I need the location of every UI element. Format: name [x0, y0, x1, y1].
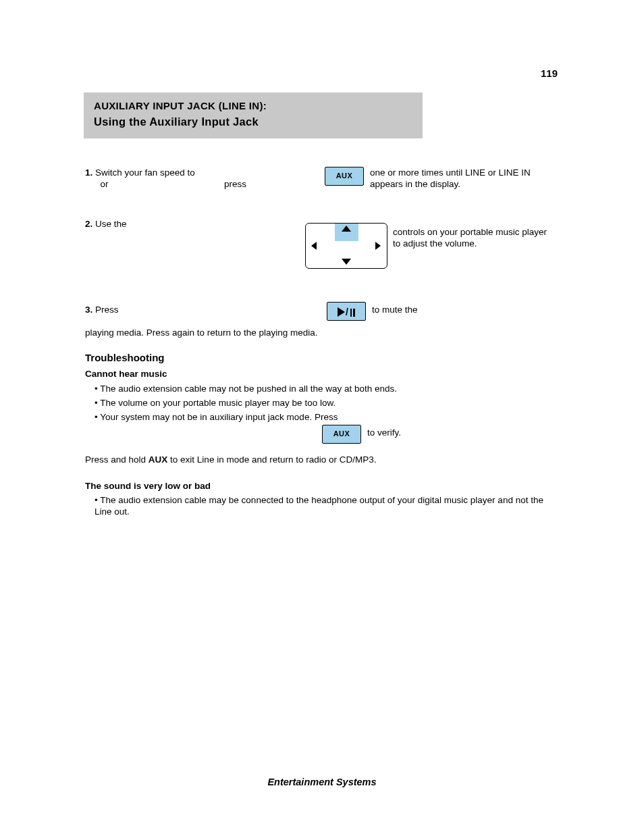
cannot-hear-bullet-1: • The audio extension cable may not be p… — [95, 383, 558, 394]
page-number: 119 — [541, 68, 558, 79]
cannot-hear-label: Cannot hear music — [85, 369, 167, 379]
step-3-number: 3. — [85, 305, 92, 315]
step-2-label: Use the — [95, 219, 127, 229]
aux-button-2-wrap: AUX — [322, 425, 361, 444]
step-1-or: or — [101, 179, 109, 189]
step-2-number: 2. — [85, 219, 92, 229]
cannot-hear-bullet-2: • The volume on your portable music play… — [95, 397, 558, 409]
play-pause-icon: / — [338, 303, 355, 321]
step-1-text-before: Switch your fan speed to — [95, 167, 195, 178]
sound-bad-label: The sound is very low or bad — [85, 481, 211, 491]
play-pause-button[interactable]: / — [327, 302, 366, 321]
sound-bad-bullet-1: • The audio extension cable may be conne… — [95, 494, 558, 517]
hold-aux-text: Press and hold AUX to exit Line in mode … — [85, 454, 558, 465]
step-2-left: 2. Use the — [85, 218, 215, 230]
section-title: AUXILIARY INPUT JACK (LINE IN): — [94, 100, 267, 111]
section-header-box: AUXILIARY INPUT JACK (LINE IN): Using th… — [84, 93, 423, 138]
arrow-right-icon — [375, 242, 381, 250]
step-1-press-label: press — [224, 178, 246, 190]
step-3-left: 3. Press — [85, 304, 215, 315]
section-subtitle: Using the Auxiliary Input Jack — [94, 115, 259, 128]
step-3-right-text-2: playing media. Press again to return to … — [85, 327, 558, 338]
step-1-right-text: one or more times until LINE or LINE IN … — [370, 167, 545, 190]
step-1-left: 1. Switch your fan speed to or — [85, 167, 215, 190]
footer-category: Entertainment Systems — [0, 777, 644, 787]
aux-button[interactable]: AUX — [325, 167, 364, 186]
play-pause-button-wrap: / — [327, 302, 366, 321]
tune-dpad[interactable] — [305, 223, 387, 269]
arrow-left-icon — [311, 242, 317, 250]
step-3-right-text-1: to mute the — [372, 304, 558, 315]
step-1-number: 1. — [85, 167, 92, 178]
step-2-right-text: controls on your portable music player t… — [393, 226, 555, 249]
aux-button-1-wrap: AUX — [325, 167, 364, 186]
arrow-down-icon — [342, 259, 351, 265]
arrow-up-icon — [342, 226, 351, 232]
troubleshooting-heading: Troubleshooting — [85, 352, 165, 363]
step-3-label: Press — [95, 305, 119, 315]
cannot-hear-bullet-3: • Your system may not be in auxiliary in… — [95, 411, 558, 423]
aux-button-2[interactable]: AUX — [322, 425, 361, 444]
aux-again-text: to verify. — [367, 427, 401, 438]
